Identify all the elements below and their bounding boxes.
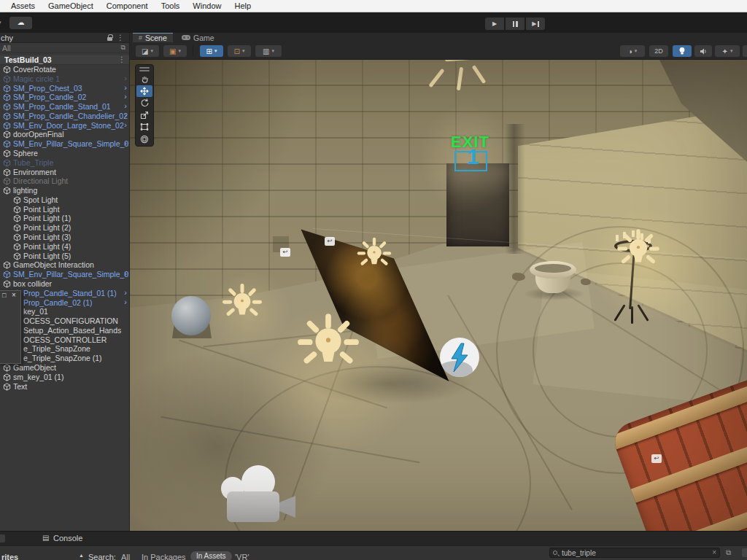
open-search-window-icon[interactable]: ⧉	[726, 548, 731, 557]
tab-scene[interactable]: # Scene	[133, 33, 173, 42]
lightning-probe-gizmo-icon[interactable]	[439, 337, 480, 378]
hierarchy-item[interactable]: Sphere	[0, 149, 129, 158]
spot-light-gizmo-icon[interactable]	[427, 60, 493, 102]
hierarchy-item[interactable]: Magic circle 1›	[0, 74, 129, 84]
step-button[interactable]: ▶	[526, 18, 545, 30]
prefab-expand-arrow-icon[interactable]: ›	[124, 74, 127, 83]
menu-item-help[interactable]: Help	[228, 1, 258, 10]
lock-icon[interactable]	[107, 37, 112, 41]
tab-game[interactable]: Game	[176, 33, 220, 42]
query-chip[interactable]: 'VR'	[235, 553, 249, 560]
hierarchy-item[interactable]: Point Light (4)	[0, 242, 129, 252]
favorites-label[interactable]: rites	[1, 553, 18, 560]
menu-item-window[interactable]: Window	[186, 1, 228, 10]
minimize-icon[interactable]: □	[2, 292, 6, 299]
grid-visibility-button[interactable]: ⊞▾	[200, 45, 223, 57]
hierarchy-item[interactable]: SM_Prop_Chest_03›	[0, 84, 129, 93]
prefab-expand-arrow-icon[interactable]: ›	[124, 288, 127, 298]
tool-move[interactable]	[136, 85, 152, 98]
audio-toggle-button[interactable]	[694, 45, 712, 57]
hierarchy-tab[interactable]: chy	[1, 34, 13, 42]
hierarchy-item[interactable]: GameObject Interaction	[0, 260, 129, 270]
prefab-expand-arrow-icon[interactable]: ›	[124, 120, 127, 130]
tool-transform[interactable]	[136, 133, 152, 146]
hierarchy-item[interactable]: Point Light	[0, 205, 129, 214]
snap-zone-icon[interactable]: ↩	[651, 454, 662, 463]
tool-scale[interactable]	[136, 109, 152, 122]
snap-settings-button[interactable]: ⊡▾	[228, 45, 251, 57]
menu-item-component[interactable]: Component	[100, 1, 155, 10]
hierarchy-item[interactable]: Spot Light	[0, 195, 129, 205]
hierarchy-item[interactable]: Point Light (5)	[0, 252, 129, 261]
point-light-gizmo-icon[interactable]	[616, 228, 661, 273]
hierarchy-item[interactable]: doorOpenFinal	[0, 130, 129, 139]
hierarchy-item[interactable]: Point Light (3)	[0, 233, 129, 242]
menu-item-gameobject[interactable]: GameObject	[42, 1, 100, 10]
chevron-down-icon[interactable]: ▾	[0, 19, 1, 26]
sphere-object[interactable]	[171, 296, 211, 335]
tool-view-hand[interactable]	[136, 73, 152, 85]
point-light-gizmo-icon[interactable]	[295, 311, 361, 377]
tab-console[interactable]: Console	[53, 534, 82, 542]
hierarchy-filter-label[interactable]: All	[2, 44, 11, 52]
prefab-expand-arrow-icon[interactable]: ›	[124, 92, 127, 101]
snap-increment-button[interactable]: ▥▾	[255, 45, 282, 57]
cloud-services-button[interactable]: ☁	[9, 17, 32, 29]
hierarchy-scene-header[interactable]: TestBuild_03 ⋮	[0, 55, 129, 65]
prefab-expand-arrow-icon[interactable]: ›	[124, 111, 127, 120]
camera-gizmo-icon[interactable]	[221, 465, 297, 525]
hierarchy-item[interactable]: SM_Env_Pillar_Square_Simple_05›	[0, 270, 129, 279]
close-icon[interactable]: ×	[12, 292, 16, 299]
play-button[interactable]: ▶	[485, 18, 504, 30]
hierarchy-item[interactable]: SM_Prop_Candle_02›	[0, 93, 129, 102]
prefab-expand-arrow-icon[interactable]: ›	[124, 83, 127, 93]
hierarchy-item[interactable]: lighting	[0, 186, 129, 195]
camera-settings-button[interactable]: ◑▾	[620, 45, 645, 57]
hierarchy-item[interactable]: Tube_Triple	[0, 158, 129, 168]
menu-item-assets[interactable]: Assets	[4, 1, 42, 10]
search-picker-icon[interactable]: ⧉	[121, 44, 125, 52]
palette-drag-handle[interactable]	[139, 67, 150, 69]
prefab-expand-arrow-icon[interactable]: ›	[124, 269, 127, 279]
prefab-expand-arrow-icon[interactable]: ›	[124, 139, 127, 148]
hierarchy-item[interactable]: GameObject	[0, 363, 129, 373]
hierarchy-item[interactable]: SM_Prop_Candle_Stand_01›	[0, 102, 129, 112]
point-light-gizmo-icon[interactable]	[221, 282, 263, 324]
scope-in-packages[interactable]: In Packages	[142, 553, 186, 560]
toggle-2d-button[interactable]: 2D	[649, 45, 668, 57]
gizmos-button[interactable]: ❖	[743, 45, 747, 57]
scope-in-assets[interactable]: In Assets	[190, 551, 232, 560]
prefab-expand-arrow-icon[interactable]: ›	[124, 101, 127, 111]
effects-toggle-button[interactable]: ✦▾	[715, 45, 740, 57]
hierarchy-item[interactable]: SM_Env_Door_Large_Stone_02›	[0, 121, 129, 131]
hierarchy-item[interactable]: Text	[0, 382, 129, 392]
clear-search-icon[interactable]: ×	[712, 548, 716, 556]
sort-icon[interactable]: ▲	[79, 553, 84, 558]
hierarchy-item[interactable]: Point Light (2)	[0, 223, 129, 233]
hierarchy-item[interactable]: sm_key_01 (1)	[0, 373, 129, 382]
hierarchy-item[interactable]: CoverRotate	[0, 65, 129, 74]
hierarchy-item[interactable]: SM_Env_Pillar_Square_Simple_05›	[0, 139, 129, 149]
snap-zone-icon[interactable]: ↩	[325, 237, 335, 246]
hierarchy-item[interactable]: SM_Prop_Candle_Chandelier_02›	[0, 112, 129, 121]
menu-item-tools[interactable]: Tools	[155, 1, 187, 10]
pause-button[interactable]	[506, 18, 525, 30]
hierarchy-item[interactable]: Environment	[0, 168, 129, 177]
prefab-expand-arrow-icon[interactable]: ›	[124, 298, 127, 307]
floating-mini-window[interactable]: □ ×	[0, 290, 21, 364]
tool-rect[interactable]	[136, 121, 152, 133]
point-light-gizmo-icon[interactable]	[356, 236, 392, 273]
shading-mode-button[interactable]: ◪▾	[136, 45, 159, 57]
scene-lighting-button[interactable]	[673, 45, 692, 57]
project-search-input[interactable]: tube_triple ×	[549, 548, 720, 558]
hierarchy-item[interactable]: Directional Light	[0, 176, 129, 186]
tool-rotate[interactable]	[136, 97, 152, 109]
kebab-menu-icon[interactable]: ⋮	[117, 34, 124, 42]
snap-zone-icon[interactable]: ↩	[280, 248, 290, 257]
scene-viewport[interactable]: EXIT 1	[130, 60, 747, 531]
hierarchy-item[interactable]: Point Light (1)	[0, 214, 129, 223]
debug-draw-button[interactable]: ▣▾	[163, 45, 187, 57]
scope-all[interactable]: All	[121, 553, 130, 560]
kebab-menu-icon[interactable]: ⋮	[118, 55, 125, 63]
hierarchy-item[interactable]: box collider	[0, 279, 129, 289]
